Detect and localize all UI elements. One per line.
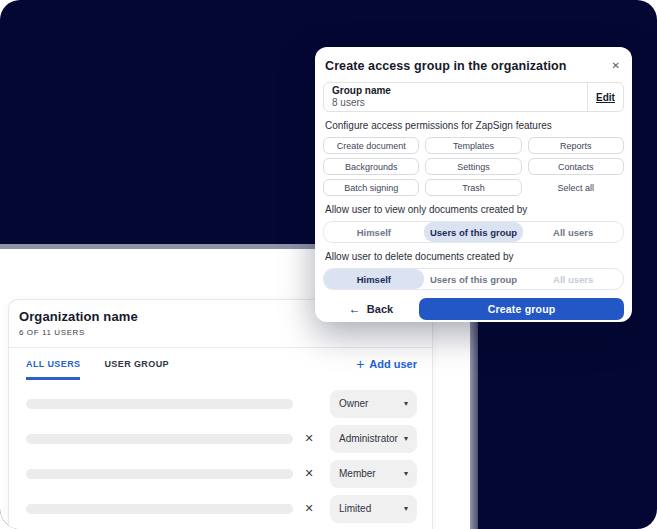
caret-down-icon: ▾: [404, 469, 408, 478]
remove-user-icon[interactable]: ✕: [301, 502, 317, 515]
delete-permission-label: Allow user to delete documents created b…: [325, 251, 622, 262]
add-user-label: Add user: [369, 358, 417, 370]
close-icon[interactable]: ✕: [610, 59, 622, 73]
permission-chip-reports[interactable]: Reports: [528, 137, 624, 154]
role-dropdown[interactable]: Member ▾: [330, 460, 417, 488]
group-name-label: Group name: [332, 85, 579, 97]
permissions-grid: Create document Templates Reports Backgr…: [323, 137, 624, 196]
user-list: Owner ▾ ✕ Administrator ▾ ✕ Member ▾: [9, 380, 432, 526]
group-name-box: Group name 8 users Edit: [323, 82, 624, 112]
caret-down-icon: ▾: [404, 399, 408, 408]
role-dropdown[interactable]: Owner ▾: [330, 390, 417, 418]
view-permission-label: Allow user to view only documents create…: [325, 204, 622, 215]
tab-all-users[interactable]: ALL USERS: [26, 348, 80, 380]
user-row: ✕ Limited ▾: [26, 491, 417, 526]
organization-panel: Organization name 6 OF 11 USERS ALL USER…: [8, 299, 433, 529]
caret-down-icon: ▾: [404, 434, 408, 443]
user-placeholder-bar: [26, 469, 293, 479]
user-row: ✕ Administrator ▾: [26, 421, 417, 456]
arrow-left-icon: ←: [349, 302, 361, 316]
permission-chip-trash[interactable]: Trash: [425, 179, 521, 196]
add-user-button[interactable]: + Add user: [356, 348, 417, 380]
configure-permissions-label: Configure access permissions for ZapSign…: [325, 120, 622, 131]
delete-option-all-users: All users: [523, 269, 623, 289]
user-placeholder-bar: [26, 434, 293, 444]
permission-chip-settings[interactable]: Settings: [425, 158, 521, 175]
permission-chip-contacts[interactable]: Contacts: [528, 158, 624, 175]
user-row: ✕ Member ▾: [26, 456, 417, 491]
users-count-label: 6 OF 11 USERS: [19, 328, 422, 338]
modal-header: Create access group in the organization …: [323, 57, 624, 73]
role-label: Owner: [339, 398, 368, 409]
view-option-himself[interactable]: Himself: [324, 222, 424, 242]
view-permission-segmented-control: Himself Users of this group All users: [323, 221, 624, 243]
role-label: Limited: [339, 503, 371, 514]
role-dropdown[interactable]: Administrator ▾: [330, 425, 417, 453]
permission-chip-create-document[interactable]: Create document: [323, 137, 419, 154]
permission-chip-backgrounds[interactable]: Backgrounds: [323, 158, 419, 175]
delete-option-users-of-this-group[interactable]: Users of this group: [424, 269, 524, 289]
view-option-users-of-this-group[interactable]: Users of this group: [424, 222, 524, 242]
role-label: Administrator: [339, 433, 398, 444]
modal-footer: ← Back Create group: [323, 298, 624, 320]
modal-title: Create access group in the organization: [325, 59, 566, 73]
user-placeholder-bar: [26, 504, 293, 514]
group-name-value: 8 users: [332, 97, 579, 109]
group-name-field: Group name 8 users: [324, 83, 587, 111]
create-group-button[interactable]: Create group: [419, 298, 624, 320]
select-all-button[interactable]: Select all: [528, 179, 624, 196]
permission-chip-templates[interactable]: Templates: [425, 137, 521, 154]
remove-user-icon[interactable]: ✕: [301, 432, 317, 445]
panel-tabs: ALL USERS USER GROUP + Add user: [9, 348, 432, 380]
user-placeholder-bar: [26, 399, 293, 409]
back-button[interactable]: ← Back: [323, 302, 419, 316]
back-label: Back: [367, 303, 393, 315]
plus-icon: +: [356, 359, 364, 370]
user-row: Owner ▾: [26, 386, 417, 421]
role-dropdown[interactable]: Limited ▾: [330, 495, 417, 523]
edit-button[interactable]: Edit: [587, 83, 623, 111]
delete-option-himself[interactable]: Himself: [324, 269, 424, 289]
hero-canvas: Organization name 6 OF 11 USERS ALL USER…: [0, 0, 657, 529]
view-option-all-users[interactable]: All users: [523, 222, 623, 242]
delete-permission-segmented-control: Himself Users of this group All users: [323, 268, 624, 290]
role-label: Member: [339, 468, 376, 479]
remove-user-icon[interactable]: ✕: [301, 467, 317, 480]
create-access-group-modal: Create access group in the organization …: [315, 47, 632, 322]
permission-chip-batch-signing[interactable]: Batch signing: [323, 179, 419, 196]
caret-down-icon: ▾: [404, 504, 408, 513]
tab-user-group[interactable]: USER GROUP: [104, 348, 169, 380]
